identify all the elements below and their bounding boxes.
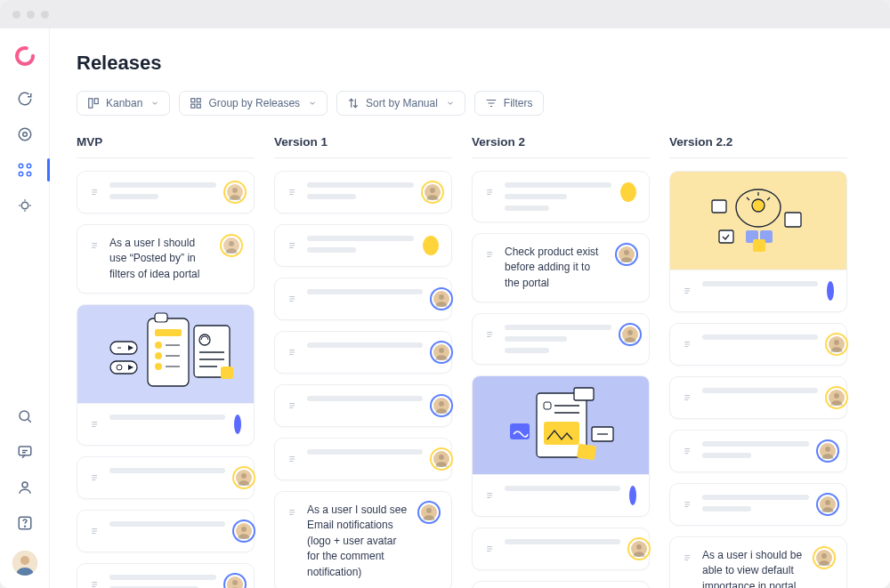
card-placeholder xyxy=(307,182,414,199)
kanban-card[interactable] xyxy=(274,224,452,267)
svg-rect-19 xyxy=(191,104,195,108)
svg-point-4 xyxy=(27,164,31,168)
kanban-card[interactable] xyxy=(77,304,255,446)
svg-rect-23 xyxy=(148,318,189,386)
assignee-avatar xyxy=(432,289,451,309)
drag-handle-icon xyxy=(485,245,496,262)
assignee-dot xyxy=(827,281,834,301)
nav-kanban-icon[interactable] xyxy=(12,157,38,183)
card-placeholder xyxy=(109,575,216,588)
svg-rect-62 xyxy=(753,239,765,252)
kanban-card[interactable] xyxy=(77,510,255,552)
drag-handle-icon xyxy=(287,342,298,360)
kanban-column: Version 1As a user I sould see Email not… xyxy=(274,135,452,588)
card-placeholder xyxy=(109,521,225,527)
column-title: Version 2 xyxy=(472,135,650,158)
assignee-avatar xyxy=(222,236,241,255)
kanban-card[interactable] xyxy=(669,483,847,526)
drag-handle-icon xyxy=(287,182,298,200)
svg-point-36 xyxy=(241,527,247,532)
kanban-card[interactable] xyxy=(472,313,650,365)
kanban-card[interactable] xyxy=(274,278,452,320)
svg-point-1 xyxy=(22,133,27,137)
kanban-card[interactable] xyxy=(274,171,452,213)
kanban-column: Version 2.2 As a user i should be able t… xyxy=(669,135,847,588)
people-icon[interactable] xyxy=(12,474,38,501)
svg-rect-16 xyxy=(94,99,98,104)
kanban-card[interactable]: As a user i should be able to view defau… xyxy=(669,536,847,588)
card-illustration xyxy=(670,172,846,270)
card-text: Check product exist before adding it to … xyxy=(505,245,608,291)
svg-point-40 xyxy=(439,348,444,353)
card-placeholder xyxy=(307,236,414,253)
filters-button[interactable]: Filters xyxy=(474,91,544,116)
card-placeholder xyxy=(505,486,620,491)
svg-point-35 xyxy=(241,473,247,479)
card-placeholder xyxy=(702,388,818,393)
svg-point-2 xyxy=(19,128,31,141)
app-logo[interactable] xyxy=(13,44,36,68)
kanban-card[interactable] xyxy=(669,430,847,472)
kanban-card[interactable] xyxy=(77,456,255,499)
drag-handle-icon xyxy=(287,236,298,254)
comments-icon[interactable] xyxy=(12,439,38,465)
kanban-card[interactable] xyxy=(669,171,847,312)
kanban-board: MVPAs a user I should use “Posted by” in… xyxy=(77,135,863,588)
svg-point-43 xyxy=(426,508,432,513)
kanban-card[interactable] xyxy=(274,331,452,374)
kanban-card[interactable] xyxy=(472,528,650,570)
view-switcher[interactable]: Kanban xyxy=(77,91,170,116)
assignee-avatar xyxy=(234,468,254,487)
column-title: MVP xyxy=(77,135,255,158)
nav-refresh-icon[interactable] xyxy=(12,85,38,112)
card-illustration xyxy=(77,305,254,403)
assignee-avatar xyxy=(432,396,451,415)
group-by-selector[interactable]: Group by Releases xyxy=(179,91,328,116)
user-avatar[interactable] xyxy=(12,551,37,576)
window-dot xyxy=(27,11,35,19)
card-placeholder xyxy=(307,449,423,455)
kanban-card[interactable] xyxy=(472,375,650,517)
svg-point-27 xyxy=(155,363,162,370)
svg-rect-49 xyxy=(544,422,579,445)
kanban-card[interactable]: Check product exist before adding it to … xyxy=(472,233,650,302)
sort-label: Sort by Manual xyxy=(366,97,438,109)
column-title: Version 1 xyxy=(274,135,452,158)
column-cards: As a user i should be able to view defau… xyxy=(669,171,847,588)
kanban-card[interactable] xyxy=(472,171,650,222)
drag-handle-icon xyxy=(90,575,101,588)
kanban-column: MVPAs a user I should use “Posted by” in… xyxy=(77,135,255,588)
sort-selector[interactable]: Sort by Manual xyxy=(336,91,465,116)
help-icon[interactable] xyxy=(12,510,38,536)
card-placeholder xyxy=(505,539,620,544)
svg-point-5 xyxy=(19,172,23,176)
assignee-avatar xyxy=(827,334,846,354)
kanban-card[interactable] xyxy=(77,171,255,213)
kanban-card[interactable] xyxy=(669,323,847,366)
kanban-card[interactable] xyxy=(274,438,452,480)
kanban-card[interactable] xyxy=(472,581,650,588)
drag-handle-icon xyxy=(683,281,693,299)
card-placeholder xyxy=(702,281,818,286)
search-icon[interactable] xyxy=(12,403,38,430)
svg-point-56 xyxy=(752,199,765,212)
svg-rect-50 xyxy=(574,388,594,400)
nav-overview-icon[interactable] xyxy=(12,121,38,148)
kanban-card[interactable] xyxy=(669,376,847,419)
window-dot xyxy=(41,11,49,19)
card-placeholder xyxy=(307,342,423,348)
drag-handle-icon xyxy=(287,289,298,307)
kanban-card[interactable]: As a user I sould see Email notification… xyxy=(274,491,452,588)
svg-point-7 xyxy=(21,202,28,209)
nav-tags-icon[interactable] xyxy=(12,192,38,219)
svg-rect-15 xyxy=(89,99,93,109)
kanban-card[interactable] xyxy=(274,384,452,427)
browser-top-bar xyxy=(0,0,890,28)
assignee-dot xyxy=(423,236,439,255)
kanban-card[interactable] xyxy=(77,563,255,588)
drag-handle-icon xyxy=(683,334,693,352)
chevron-down-icon xyxy=(446,99,455,108)
svg-point-64 xyxy=(834,393,839,399)
kanban-card[interactable]: As a user I should use “Posted by” in fi… xyxy=(77,224,255,294)
svg-point-37 xyxy=(232,580,238,585)
